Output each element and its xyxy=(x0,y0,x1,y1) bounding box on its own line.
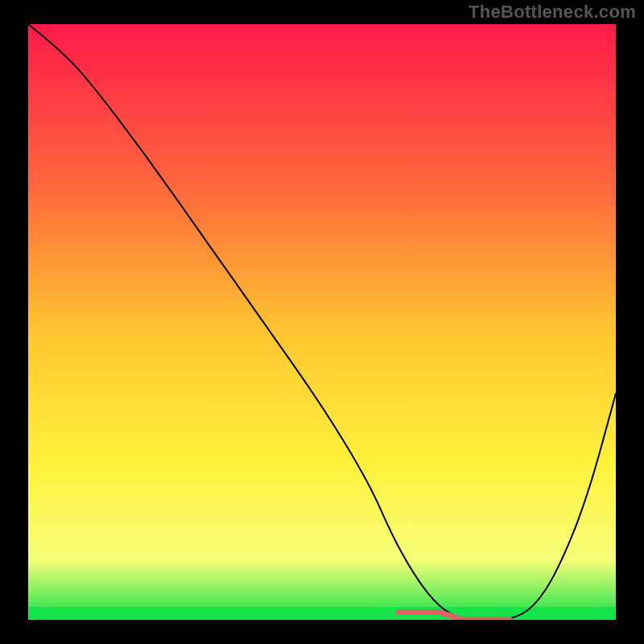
bottleneck-curve xyxy=(28,24,616,620)
watermark-text: TheBottleneck.com xyxy=(469,2,636,23)
accent-segment xyxy=(398,612,510,620)
chart-frame: TheBottleneck.com xyxy=(0,0,644,644)
curve-layer xyxy=(28,24,616,620)
plot-area xyxy=(28,24,616,620)
